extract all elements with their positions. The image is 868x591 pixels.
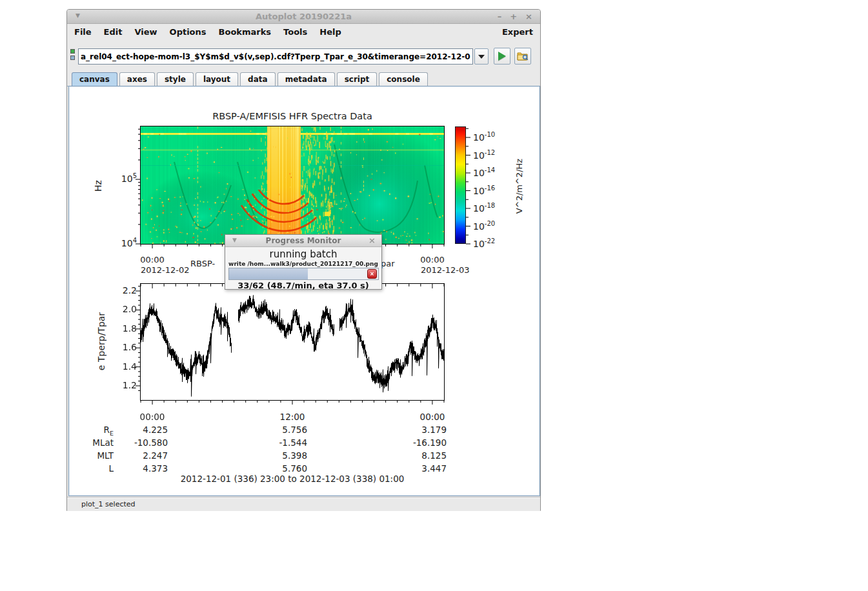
lineplot-canvas[interactable] (140, 283, 445, 401)
cancel-button[interactable]: × (367, 269, 377, 279)
table-value: 4.225 (116, 425, 168, 435)
uri-dropdown-button[interactable] (474, 48, 489, 65)
progress-status-label: 33/62 (48.7/min, eta 37.0 s) (225, 281, 381, 290)
uri-input[interactable] (78, 48, 473, 65)
tab-style[interactable]: style (157, 72, 194, 86)
colorbar-tick-label: 10-16 (473, 185, 518, 196)
colorbar-tick-label: 10-22 (473, 237, 518, 249)
table-value: -10.580 (116, 437, 168, 448)
tab-axes[interactable]: axes (119, 72, 155, 86)
play-icon (498, 52, 506, 61)
table-row-label: L (81, 463, 114, 474)
autoplot-window: ▼ Autoplot 20190221a – + × FileEditViewO… (66, 9, 541, 511)
colorbar-tick-label: 10-18 (473, 202, 518, 214)
plot-canvas-area: RBSP-A/EMFISIS HFR Spectra Data Hz V^2/m… (68, 86, 540, 496)
bottom-plot-ylabel: e Tperp/Tpar (96, 301, 106, 381)
top-plot-title: RBSP-A/EMFISIS HFR Spectra Data (163, 111, 421, 121)
colorbar-tick-label: 10-14 (473, 166, 518, 178)
top-plot-ytick-label: 105 (105, 172, 137, 184)
window-title: Autoplot 20190221a (67, 12, 540, 21)
menubar: FileEditViewOptionsBookmarksToolsHelp Ex… (67, 24, 540, 39)
window-titlebar[interactable]: ▼ Autoplot 20190221a – + × (67, 10, 540, 24)
top-plot-ytick-label: 104 (105, 237, 137, 248)
bottom-plot-ytick-label: 2.0 (111, 304, 137, 314)
bottom-plot-xtick-label: 00:00 (138, 412, 167, 422)
tab-console[interactable]: console (379, 72, 428, 86)
top-plot-date-left: 2012-12-02 (141, 265, 190, 275)
table-row-label: MLT (81, 450, 114, 461)
bottom-plot-xtick-label: 12:00 (278, 412, 307, 422)
go-button[interactable] (494, 48, 510, 65)
table-value: -1.544 (256, 437, 307, 448)
top-plot-xtick-label: 00:00 (418, 255, 447, 265)
maximize-button[interactable]: + (510, 12, 517, 21)
menu-item-bookmarks[interactable]: Bookmarks (219, 27, 272, 37)
bottom-plot-title-fragment-left: RBSP- (190, 259, 215, 268)
table-value: 5.760 (256, 463, 307, 474)
menu-item-edit[interactable]: Edit (104, 27, 123, 37)
menu-item-options[interactable]: Options (170, 27, 207, 37)
progress-task-label: running batch (225, 248, 381, 260)
tabstrip: canvasaxesstylelayoutdatametadatascriptc… (67, 72, 540, 86)
close-button[interactable]: × (525, 12, 532, 21)
colorbar-tick-label: 10-10 (473, 131, 518, 143)
status-text: plot_1 selected (81, 500, 136, 508)
statusbar: plot_1 selected (67, 497, 540, 511)
menu-item-file[interactable]: File (74, 27, 92, 37)
menu-item-help[interactable]: Help (319, 27, 341, 37)
datasource-blue-icon[interactable] (70, 55, 75, 60)
bottom-plot-title-fragment-right: par (381, 259, 395, 268)
dialog-close-icon[interactable]: × (368, 235, 376, 245)
tab-data[interactable]: data (240, 72, 276, 86)
progress-bar-fill (229, 268, 308, 279)
progress-monitor-dialog: ▼ Progress Monitor × running batch write… (225, 234, 382, 290)
top-plot-date-right: 2012-12-03 (421, 265, 470, 275)
colorbar (455, 126, 466, 244)
colorbar-tick-label: 10-20 (473, 220, 518, 232)
bottom-plot-ytick-label: 2.2 (111, 285, 137, 296)
tab-canvas[interactable]: canvas (72, 72, 117, 86)
progress-bar: × (228, 268, 379, 280)
tab-script[interactable]: script (337, 72, 378, 86)
top-plot-ylabel: Hz (93, 173, 103, 199)
bottom-plot-xtick-label: 00:00 (418, 412, 447, 422)
tab-layout[interactable]: layout (196, 72, 238, 86)
menu-item-view[interactable]: View (134, 27, 157, 37)
table-value: 3.447 (395, 463, 447, 474)
folder-magnifier-icon (517, 51, 529, 61)
spectrogram-canvas[interactable] (140, 126, 445, 245)
table-row-label: RE (81, 425, 114, 437)
table-value: 8.125 (395, 450, 447, 461)
menu-item-tools[interactable]: Tools (283, 27, 307, 37)
minimize-button[interactable]: – (498, 12, 502, 21)
inspect-uri-button[interactable] (514, 48, 531, 65)
colorbar-tick-label: 10-12 (473, 149, 518, 161)
tab-metadata[interactable]: metadata (278, 72, 335, 86)
table-value: -16.190 (395, 437, 447, 448)
table-value: 2.247 (116, 450, 168, 461)
bottom-plot-ytick-label: 1.4 (111, 361, 137, 372)
table-value: 5.398 (256, 450, 307, 461)
time-range-label: 2012-12-01 (336) 23:00 to 2012-12-03 (33… (163, 474, 421, 484)
table-value: 3.179 (395, 425, 447, 435)
dialog-title: Progress Monitor (225, 236, 381, 245)
menu-expert[interactable]: Expert (502, 27, 533, 37)
bottom-plot-ytick-label: 1.2 (111, 380, 137, 390)
bottom-plot-ytick-label: 1.8 (111, 323, 137, 334)
dialog-titlebar[interactable]: ▼ Progress Monitor × (225, 235, 381, 247)
table-row-label: MLat (81, 437, 114, 448)
progress-detail-label: write /hom...walk3/product_20121217_00.p… (225, 261, 381, 267)
bottom-plot-ytick-label: 1.6 (111, 342, 137, 352)
chevron-down-icon (478, 55, 485, 59)
table-value: 4.373 (116, 463, 168, 474)
toolbar (67, 39, 540, 72)
top-plot-xtick-label: 00:00 (138, 255, 167, 265)
table-value: 5.756 (256, 425, 307, 435)
datasource-green-icon[interactable] (70, 49, 75, 54)
